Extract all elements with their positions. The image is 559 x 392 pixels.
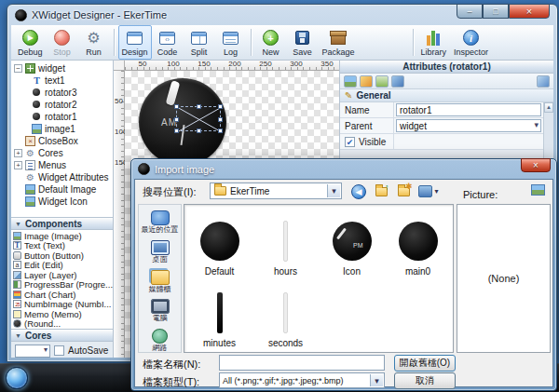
- dialog-titlebar[interactable]: Import image: [131, 159, 556, 179]
- cube-icon[interactable]: [537, 75, 550, 88]
- filename-input[interactable]: [219, 355, 385, 371]
- look-in-dropdown[interactable]: EkerTime: [210, 182, 342, 199]
- stop-button[interactable]: Stop: [47, 25, 78, 60]
- save-button[interactable]: Save: [287, 25, 319, 60]
- component-item-round[interactable]: (Round...: [13, 319, 113, 330]
- place-network[interactable]: 網路: [139, 326, 181, 356]
- visible-checkbox[interactable]: [345, 137, 355, 147]
- debug-button[interactable]: Debug: [14, 25, 47, 60]
- tree-item-cores[interactable]: + Cores: [11, 147, 113, 159]
- text-icon: [32, 75, 42, 86]
- tree-item-rotator3[interactable]: rotator3: [11, 87, 113, 99]
- general-section-header[interactable]: General: [340, 89, 553, 102]
- selection-handle[interactable]: [218, 117, 223, 122]
- selection-handle[interactable]: [218, 128, 223, 133]
- effects-tab-icon[interactable]: [375, 75, 389, 88]
- hour-hand[interactable]: [166, 80, 181, 105]
- filetype-dropdown[interactable]: All (*.png;*.gif;*.jpg;*.jpeg;*.bmp): [219, 372, 385, 388]
- component-item-progressbar[interactable]: ProgressBar (Progre...: [13, 280, 113, 291]
- tree-item-rotator2[interactable]: rotator2: [11, 99, 113, 111]
- log-tab-button[interactable]: Log: [215, 25, 247, 60]
- file-item-default[interactable]: Default: [186, 207, 252, 278]
- image-icon: [25, 196, 35, 207]
- up-one-level-button[interactable]: [372, 183, 390, 199]
- file-item-hours[interactable]: hours: [252, 207, 319, 278]
- autosave-checkbox[interactable]: [54, 345, 64, 356]
- new-button[interactable]: New: [255, 25, 287, 60]
- component-item-text[interactable]: Text (Text): [13, 241, 113, 251]
- view-menu-button[interactable]: [416, 183, 441, 199]
- selection-handle[interactable]: [174, 128, 179, 133]
- place-recent[interactable]: 最近的位置: [139, 208, 181, 237]
- collapse-expander-icon[interactable]: −: [14, 64, 22, 73]
- place-computer[interactable]: 電腦: [139, 296, 181, 326]
- cancel-button[interactable]: 取消: [394, 372, 456, 389]
- back-button[interactable]: [349, 183, 368, 199]
- minimize-button[interactable]: [457, 4, 483, 19]
- code-tab-button[interactable]: Code: [152, 25, 184, 60]
- name-input[interactable]: rotator1: [396, 103, 541, 116]
- toolbar-separator: [251, 29, 252, 56]
- chevron-down-icon[interactable]: [370, 374, 383, 386]
- selection-handle[interactable]: [218, 104, 223, 109]
- place-libraries[interactable]: 媒體櫃: [139, 267, 181, 297]
- tree-item-label: Default Image: [38, 184, 96, 195]
- file-item-seconds[interactable]: seconds: [252, 278, 319, 350]
- split-tab-button[interactable]: Split: [184, 25, 215, 60]
- tree-item-default-image[interactable]: Default Image: [11, 183, 113, 196]
- new-plus-icon: [263, 30, 279, 46]
- new-folder-button[interactable]: [394, 183, 413, 199]
- tree-item-closebox[interactable]: CloseBox: [11, 135, 113, 147]
- parent-dropdown[interactable]: widget: [396, 119, 541, 132]
- component-item-image[interactable]: Image (Image): [13, 231, 113, 241]
- package-button[interactable]: Package: [319, 25, 359, 60]
- component-item-edit[interactable]: Edit (Edit): [13, 261, 113, 271]
- selection-handle[interactable]: [197, 104, 201, 109]
- expand-expander-icon[interactable]: +: [14, 149, 22, 157]
- maximize-button[interactable]: [483, 4, 509, 19]
- component-item-chart[interactable]: Chart (Chart): [13, 290, 113, 300]
- file-item-icon[interactable]: PM Icon: [319, 207, 385, 278]
- selection-handle[interactable]: [174, 104, 179, 109]
- expand-expander-icon[interactable]: +: [14, 161, 22, 169]
- start-button[interactable]: [6, 367, 28, 389]
- autosave-label: AutoSave: [68, 345, 108, 356]
- inspector-button[interactable]: Inspector: [450, 25, 492, 60]
- behavior-tab-icon[interactable]: [391, 75, 404, 88]
- rotator1-selection[interactable]: [176, 106, 221, 131]
- open-button[interactable]: 開啟舊檔(O): [394, 355, 456, 372]
- scroll-up-icon[interactable]: [544, 102, 553, 113]
- component-item-layer[interactable]: Layer (Layer): [13, 270, 113, 280]
- close-button[interactable]: [509, 4, 550, 19]
- image-tab-icon[interactable]: [344, 75, 357, 88]
- place-desktop[interactable]: 桌面: [139, 237, 181, 267]
- components-panel-header[interactable]: Components: [11, 217, 114, 230]
- selection-handle[interactable]: [197, 128, 201, 133]
- component-item-numbimage[interactable]: NumbImage (NumbI...: [13, 300, 113, 310]
- tree-item-rotator1[interactable]: rotator1: [11, 111, 113, 123]
- window-title: XWidget Designer - EkerTime: [32, 9, 167, 20]
- file-item-main0[interactable]: main0: [385, 207, 451, 278]
- tree-item-text1[interactable]: text1: [11, 74, 113, 87]
- tree-item-label: Menus: [38, 160, 66, 170]
- tree-item-image1[interactable]: image1: [11, 123, 113, 135]
- selection-handle[interactable]: [174, 117, 179, 122]
- file-name: minutes: [203, 339, 236, 348]
- cores-dropdown[interactable]: [15, 345, 50, 358]
- chevron-down-icon[interactable]: [327, 184, 340, 197]
- component-item-memo[interactable]: Memo (Memo): [13, 309, 113, 319]
- component-item-button[interactable]: Button (Button): [13, 250, 113, 261]
- dialog-close-button[interactable]: [521, 158, 551, 172]
- cores-panel-header[interactable]: Cores: [11, 329, 114, 342]
- design-tab-button[interactable]: Design: [118, 25, 152, 60]
- library-button[interactable]: Library: [417, 25, 451, 60]
- tree-item-widget-icon[interactable]: Widget Icon: [11, 196, 113, 208]
- numbimage-component-icon: [13, 300, 21, 308]
- file-item-minutes[interactable]: minutes: [186, 278, 252, 350]
- tree-item-menus[interactable]: + Menus: [11, 159, 113, 171]
- ruler-number: 250: [259, 61, 271, 68]
- brush-tab-icon[interactable]: [360, 75, 373, 88]
- tree-item-widget-attributes[interactable]: Widget Attributes: [11, 171, 113, 183]
- run-button[interactable]: Run: [78, 25, 110, 60]
- tree-item-widget[interactable]: − widget: [11, 62, 113, 74]
